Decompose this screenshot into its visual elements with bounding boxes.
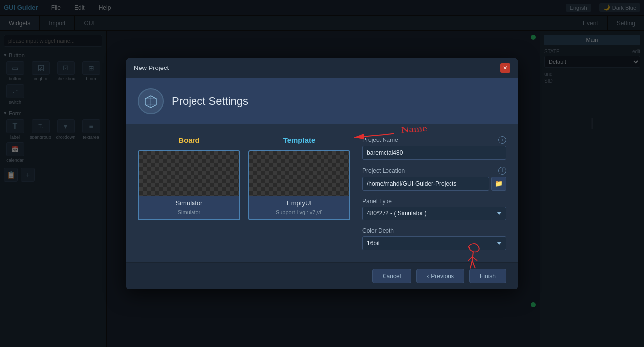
simulator-card-image xyxy=(139,151,239,196)
simulator-card[interactable]: Simulator Simulator xyxy=(138,150,240,220)
simulator-card-label: Simulator xyxy=(139,196,239,209)
simulator-card-sublabel: Simulator xyxy=(139,209,239,219)
modal-header: Project Settings xyxy=(126,78,518,124)
emptyui-card-image xyxy=(249,151,349,196)
emptyui-card-label: EmptyUI xyxy=(249,196,349,209)
project-name-info-icon[interactable]: i xyxy=(498,136,506,144)
project-location-input[interactable] xyxy=(362,177,489,191)
panel-type-row: Panel Type 480*272 - ( Simulator ) xyxy=(362,198,506,220)
panel-type-label: Panel Type xyxy=(362,198,506,205)
project-name-row: Project Name i xyxy=(362,136,506,160)
project-settings-icon xyxy=(138,88,164,114)
cube-icon xyxy=(143,94,158,109)
color-depth-select[interactable]: 16bit xyxy=(362,236,506,250)
template-column-header: Template xyxy=(248,136,350,144)
previous-button[interactable]: ‹ Previous xyxy=(416,269,464,283)
project-name-input[interactable] xyxy=(362,146,506,160)
board-column-header: Board xyxy=(138,136,240,144)
panel-type-select[interactable]: 480*272 - ( Simulator ) xyxy=(362,207,506,220)
color-depth-label: Color Depth xyxy=(362,227,506,234)
finish-button[interactable]: Finish xyxy=(469,269,506,283)
project-name-label: Project Name xyxy=(362,137,398,143)
prev-label: Previous xyxy=(431,273,454,279)
project-location-label-row: Project Location i xyxy=(362,167,506,175)
browse-button[interactable]: 📁 xyxy=(491,177,506,191)
project-location-input-group: 📁 xyxy=(362,177,506,191)
project-settings-form: Project Name i Project Location i 📁 Pane… xyxy=(362,136,506,250)
prev-chevron-icon: ‹ xyxy=(427,273,429,279)
board-column: Board Simulator Simulator xyxy=(138,136,240,220)
project-name-label-row: Project Name i xyxy=(362,136,506,144)
color-depth-row: Color Depth 16bit xyxy=(362,227,506,250)
board-template-section: Board Simulator Simulator Template Empty… xyxy=(138,136,350,250)
modal-title: New Project xyxy=(134,64,169,71)
modal-close-button[interactable]: ✕ xyxy=(500,63,510,73)
modal-title-bar: New Project ✕ xyxy=(126,58,518,78)
cancel-button[interactable]: Cancel xyxy=(372,269,411,283)
emptyui-card-sublabel: Support Lvgl: v7,v8 xyxy=(249,209,349,219)
modal-footer: Cancel ‹ Previous Finish xyxy=(126,262,518,289)
modal-body: Board Simulator Simulator Template Empty… xyxy=(126,124,518,262)
template-column: Template EmptyUI Support Lvgl: v7,v8 xyxy=(248,136,350,220)
project-location-row: Project Location i 📁 xyxy=(362,167,506,191)
project-location-info-icon[interactable]: i xyxy=(498,167,506,175)
modal-header-title: Project Settings xyxy=(172,95,248,108)
new-project-modal: New Project ✕ Project Settings Board xyxy=(126,58,518,289)
boards-templates-grid: Board Simulator Simulator Template Empty… xyxy=(138,136,350,220)
project-location-label: Project Location xyxy=(362,167,405,174)
emptyui-card[interactable]: EmptyUI Support Lvgl: v7,v8 xyxy=(248,150,350,220)
